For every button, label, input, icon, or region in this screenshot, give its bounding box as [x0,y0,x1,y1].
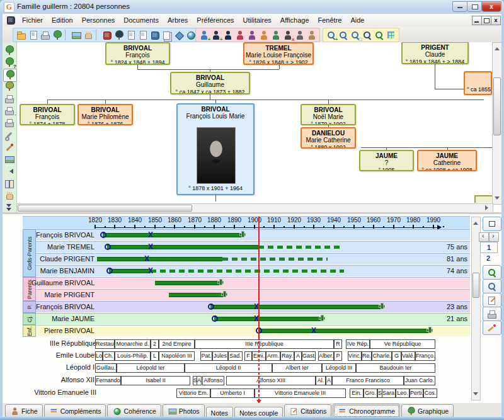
box-brivoal-marie-philomene[interactable]: BRIVOALMarie Philomène° 1876 + 1876 [77,104,133,125]
tree-menu-icon[interactable] [51,29,63,41]
woman-icon[interactable] [234,29,246,41]
mdi-close-button[interactable]: x [491,16,501,25]
box-brivoal-noel[interactable]: BRIVOALNoël Marie° 1879 x 1902 [301,104,356,125]
media-icon[interactable] [113,29,125,41]
export-icon[interactable] [82,29,94,41]
tab-fiche[interactable]: Fiche [5,404,43,417]
print-icon[interactable] [3,117,16,129]
menu-item-fenêtre[interactable]: Fenêtre [314,14,346,26]
tree-collapse-icon[interactable] [3,44,16,56]
box-brivoal-francois-central[interactable]: BRIVOALFrançois Louis Marie° 1878 x 1901… [176,103,255,195]
app-menu-icon[interactable] [5,14,16,26]
delete-person-icon[interactable]: x [282,29,294,41]
print-icon[interactable] [39,29,51,41]
menu-item-utilitaires[interactable]: Utilitaires [239,14,276,26]
box-danielou-marie[interactable]: DANIELOUMarie Catherine° 1880 x 1902 [301,127,356,149]
menu-item-documents[interactable]: Documents [119,14,163,26]
tools-icon[interactable] [3,129,16,141]
box-jaume-catherine[interactable]: JAUMECatherine° ca 1908 + ca 1908 [417,150,477,171]
merge-person-icon[interactable] [294,29,306,41]
add-person-icon[interactable]: + [198,29,210,41]
nav-person-icon[interactable] [306,29,318,41]
box-prigent-claude[interactable]: PRIGENTClaude° 1819 x 1846 + > 1884 [401,42,469,64]
chrono-vscroll-thumb[interactable] [472,273,479,298]
photo--icon[interactable] [70,29,82,41]
search-person-icon[interactable] [373,29,385,41]
menu-item-aide[interactable]: Aide [346,14,369,26]
style-button[interactable] [483,321,501,335]
dictionary-icon[interactable] [101,29,113,41]
split-view-icon[interactable] [3,178,16,190]
style-brush-icon[interactable] [3,141,16,153]
box-brivoal-francois-child[interactable]: BRIVOALFrançois° 1874 + 1878 [20,104,75,125]
add-child-icon[interactable]: + [210,29,222,41]
page-prev-button[interactable]: ‹ [479,232,489,242]
tree-select-icon[interactable] [3,69,17,82]
man-icon[interactable] [222,29,234,41]
photo-view-icon[interactable] [3,154,16,166]
page-1-button[interactable]: 1 [480,242,498,253]
tree-compact-icon[interactable] [3,81,16,93]
edit-button[interactable] [483,293,501,307]
menu-item-arbres[interactable]: Arbres [163,14,192,26]
menu-item-fichier[interactable]: Fichier [18,14,47,26]
box-prigent-marie-partial[interactable]: ° ca 1855 [464,71,492,95]
zoom-selection-icon[interactable]: □ [349,29,361,41]
mosaic-icon[interactable] [385,29,397,41]
mdi-minimize-button[interactable] [472,16,482,25]
page-next-button[interactable]: › [489,232,499,242]
tab-coh-rence[interactable]: Cohérence [107,404,161,417]
tab-photos[interactable]: Photos [163,404,205,417]
box-jaume-unknown[interactable]: JAUME?° 1905 [359,150,414,171]
tab-compl-ments[interactable]: Compléments [44,404,106,417]
album-icon[interactable] [149,29,161,41]
pages-menu-icon[interactable] [161,29,173,41]
scroll-up-icon[interactable] [495,45,500,50]
tree-vscroll-thumb[interactable] [493,77,501,135]
open-file-icon[interactable] [15,29,27,41]
tab-chronogramme[interactable]: Chronogramme [333,404,400,418]
tree-canvas[interactable]: BRIVOALFrançois° 1824 x 1848 + 1894TREME… [16,42,492,203]
note-icon[interactable] [125,29,137,41]
scroll-right-icon[interactable] [485,205,491,210]
couple-icon[interactable] [246,29,258,41]
tree-hscrollbar[interactable] [16,203,493,213]
mdi-restore-button[interactable] [481,16,491,25]
zoom-in-icon[interactable]: + [325,29,337,41]
page-2-button[interactable]: 2 [480,254,496,263]
zoom-out-person-button[interactable] [483,279,501,293]
chrono-vscrollbar[interactable] [471,217,481,400]
child-icon[interactable] [258,29,270,41]
print-setup-icon[interactable]: · [3,105,16,117]
menu-item-préférences[interactable]: Préférences [192,14,238,26]
tree-hscroll-thumb[interactable] [18,205,192,212]
scroll-up-icon[interactable] [473,219,478,225]
print-export-icon[interactable] [3,93,16,105]
restore-view-button[interactable] [483,217,501,231]
zoom-out-icon[interactable] [337,29,349,41]
collapse-panel-icon[interactable] [3,166,16,178]
scroll-down-icon[interactable] [495,196,500,202]
tab-graphique[interactable]: Graphique [401,404,454,417]
tree-vscrollbar[interactable] [492,42,502,205]
scroll-down-icon[interactable] [473,392,478,398]
close-button[interactable]: x [481,1,501,12]
menu-item-affichage[interactable]: Affichage [276,14,314,26]
print-button[interactable] [483,307,501,321]
family-icon[interactable] [270,29,282,41]
menu-item-personnes[interactable]: Personnes [77,14,120,26]
pan-hand-icon[interactable] [3,190,16,202]
box-brivoal-guillaume[interactable]: BRIVOALGuillaume° ca 1847 x ca 1873 + 18… [170,72,250,94]
box-brivoal-francois-sr[interactable]: BRIVOALFrançois° 1824 x 1848 + 1894 [105,42,170,65]
zoom-in-person-button[interactable] [483,265,501,280]
note-add-icon[interactable] [137,29,149,41]
tree-unknown-icon[interactable]: ? [3,56,16,68]
eraser-icon[interactable] [173,29,185,41]
maximize-button[interactable] [467,1,482,12]
tab-citations[interactable]: Citations [284,404,331,417]
menu-item-edition[interactable]: Edition [47,14,77,26]
edit-form-icon[interactable] [27,29,39,41]
minimize-button[interactable] [452,1,467,12]
box-tremel-marie-louise[interactable]: TREMELMarie Louise Françoise° 1826 x 184… [243,42,314,65]
cursor-line[interactable] [258,217,260,337]
